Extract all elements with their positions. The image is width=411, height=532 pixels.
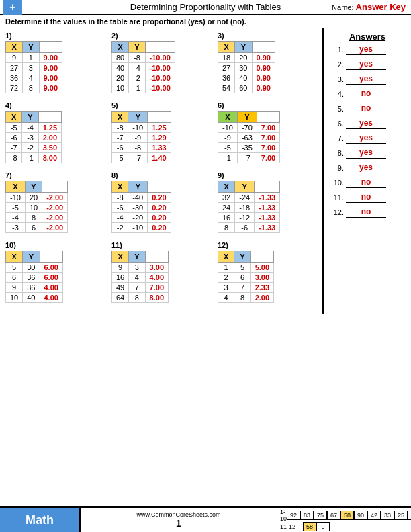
problem-8-table: XY -8-400.20 -6-300.20 -4-200.20 -2-100.… xyxy=(111,181,171,233)
problem-9-num: 9) xyxy=(218,171,317,179)
problem-1: 1) XY 919.00 2739.00 3649.00 7289.00 xyxy=(5,32,105,93)
problem-3-table: XY 18200.90 27300.90 36400.90 54600.90 xyxy=(218,41,275,93)
website-label: www.CommonCoreSheets.com xyxy=(136,511,220,518)
answer-key-label: Answer Key xyxy=(356,2,406,12)
logo: + xyxy=(3,0,22,15)
problem-6-table: XY -10-707.00 -9-637.00 -5-357.00 -1-77.… xyxy=(218,111,280,163)
answers-panel: Answers 1. yes 2. yes 3. yes 4. no 5. no… xyxy=(322,28,411,314)
problem-2-num: 2) xyxy=(111,32,211,40)
problem-5-num: 5) xyxy=(111,101,211,109)
problem-7-num: 7) xyxy=(5,171,105,179)
footer-math-label: Math xyxy=(0,508,81,532)
problem-9: 9) XY 32-24-1.33 24-18-1.33 16-12-1.33 8… xyxy=(218,171,317,233)
footer-center: www.CommonCoreSheets.com 1 xyxy=(81,508,277,532)
problem-1-num: 1) xyxy=(5,32,105,40)
main-content: 1) XY 919.00 2739.00 3649.00 7289.00 2) … xyxy=(0,28,411,314)
problem-11-num: 11) xyxy=(111,241,211,249)
problem-12-num: 12) xyxy=(218,241,317,249)
problem-10-num: 10) xyxy=(5,241,105,249)
answer-item-5: 5. no xyxy=(329,103,406,114)
answer-item-4: 4. no xyxy=(329,89,406,99)
answer-item-1: 1. yes xyxy=(329,44,406,55)
answer-item-7: 7. yes xyxy=(329,133,406,144)
instructions: Determine if the values in the table are… xyxy=(0,15,411,28)
page-title: Determining Proportionality with Tables xyxy=(130,2,281,12)
answer-item-9: 9. yes xyxy=(329,163,406,173)
problem-11: 11) XY 933.00 1644.00 4977.00 6488.00 xyxy=(111,241,211,303)
answer-item-11: 11. no xyxy=(329,192,406,203)
answer-item-3: 3. yes xyxy=(329,74,406,85)
problem-5-table: XY -8-101.25 -7-91.29 -6-81.33 -5-71.40 xyxy=(111,111,171,163)
answer-item-8: 8. yes xyxy=(329,148,406,159)
problems-row-4: 10) XY 5306.00 6366.00 9364.00 10404.00 … xyxy=(5,241,317,303)
answer-item-6: 6. yes xyxy=(329,118,406,129)
logo-symbol: + xyxy=(9,1,15,13)
problem-1-table: XY 919.00 2739.00 3649.00 7289.00 xyxy=(5,41,62,93)
problem-4-num: 4) xyxy=(5,101,105,109)
problem-5: 5) XY -8-101.25 -7-91.29 -6-81.33 -5-71.… xyxy=(111,101,211,163)
problem-4-table: XY -5-41.25 -6-32.00 -7-23.50 -8-18.00 xyxy=(5,111,62,163)
answers-panel-title: Answers xyxy=(329,32,406,42)
problem-7: 7) XY -1020-2.00 -510-2.00 -48-2.00 -36-… xyxy=(5,171,105,233)
problems-area: 1) XY 919.00 2739.00 3649.00 7289.00 2) … xyxy=(0,28,322,314)
problem-12-table: XY 155.00 263.00 372.33 482.00 xyxy=(218,251,274,303)
problem-6-num: 6) xyxy=(218,101,317,109)
problems-row-2: 4) XY -5-41.25 -6-32.00 -7-23.50 -8-18.0… xyxy=(5,101,317,163)
answer-item-12: 12. no xyxy=(329,207,406,218)
score-row-2: 11-12 58 0 xyxy=(277,522,411,531)
score-row-1: 1-10 92 83 75 67 58 90 42 33 25 17 xyxy=(277,508,411,522)
name-area: Name: Answer Key xyxy=(332,2,406,12)
problem-11-table: XY 933.00 1644.00 4977.00 6488.00 xyxy=(111,251,169,303)
problem-10: 10) XY 5306.00 6366.00 9364.00 10404.00 xyxy=(5,241,105,303)
problem-2: 2) XY 80-8-10.00 40-4-10.00 20-2-10.00 1… xyxy=(111,32,211,93)
problem-2-table: XY 80-8-10.00 40-4-10.00 20-2-10.00 10-1… xyxy=(111,41,175,93)
problems-row-3: 7) XY -1020-2.00 -510-2.00 -48-2.00 -36-… xyxy=(5,171,317,233)
problem-3: 3) XY 18200.90 27300.90 36400.90 54600.9… xyxy=(218,32,317,93)
problem-7-table: XY -1020-2.00 -510-2.00 -48-2.00 -36-2.0… xyxy=(5,181,68,233)
problem-10-table: XY 5306.00 6366.00 9364.00 10404.00 xyxy=(5,251,63,303)
problem-8: 8) XY -8-400.20 -6-300.20 -4-200.20 -2-1… xyxy=(111,171,211,233)
problem-3-num: 3) xyxy=(218,32,317,40)
header: + Determining Proportionality with Table… xyxy=(0,0,411,15)
answer-item-2: 2. yes xyxy=(329,59,406,70)
footer-scores: 1-10 92 83 75 67 58 90 42 33 25 17 11-12… xyxy=(277,508,411,532)
footer: Math www.CommonCoreSheets.com 1 1-10 92 … xyxy=(0,506,411,532)
problem-4: 4) XY -5-41.25 -6-32.00 -7-23.50 -8-18.0… xyxy=(5,101,105,163)
problems-row-1: 1) XY 919.00 2739.00 3649.00 7289.00 2) … xyxy=(5,32,317,93)
answer-item-10: 10. no xyxy=(329,177,406,188)
page-number: 1 xyxy=(176,518,181,529)
name-label: Name: xyxy=(332,3,353,11)
problem-9-table: XY 32-24-1.33 24-18-1.33 16-12-1.33 8-6-… xyxy=(218,181,280,233)
problem-8-num: 8) xyxy=(111,171,211,179)
problem-12: 12) XY 155.00 263.00 372.33 482.00 xyxy=(218,241,317,303)
problem-6: 6) XY -10-707.00 -9-637.00 -5-357.00 -1-… xyxy=(218,101,317,163)
